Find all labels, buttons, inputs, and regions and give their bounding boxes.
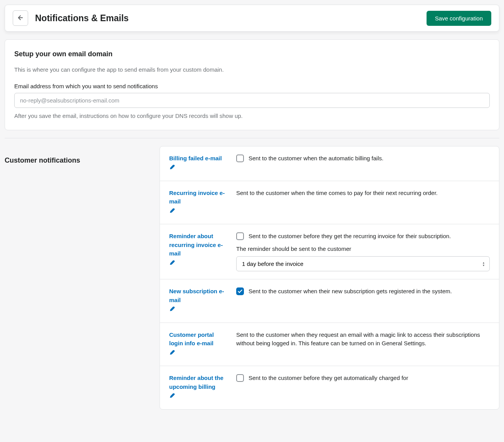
customer-notifications-heading: Customer notifications [5, 146, 147, 166]
notification-description: Sent to the customer before they get the… [249, 232, 451, 241]
reminder-timing-label: The reminder should be sent to the custo… [236, 245, 490, 254]
notification-title-link[interactable]: Reminder about recurring invoice e-mail [169, 233, 223, 257]
notification-left: Billing failed e-mail [169, 154, 227, 173]
notification-row: Customer portal login info e-mailSent to… [160, 323, 499, 366]
checkbox-row: Sent to the customer when the automatic … [236, 154, 490, 163]
notification-checkbox[interactable] [236, 287, 244, 295]
notification-right: Sent to the customer when the time comes… [236, 189, 490, 198]
pencil-icon[interactable] [169, 164, 227, 173]
checkbox-row: Sent to the customer when their new subs… [236, 287, 490, 296]
checkbox-row: Sent to the customer before they get the… [236, 232, 490, 241]
pencil-icon[interactable] [169, 208, 227, 217]
notification-description: Sent to the customer when their new subs… [249, 287, 452, 296]
notification-title-link[interactable]: Billing failed e-mail [169, 155, 222, 161]
notification-left: Reminder about the upcoming billing [169, 374, 227, 402]
checkbox-row: Sent to the customer before they get aut… [236, 374, 490, 383]
email-helper-text: After you save the email, instructions o… [14, 112, 490, 121]
reminder-timing-select[interactable]: 1 day before the invoice [236, 256, 490, 271]
notification-description: Sent to the customer when the automatic … [249, 154, 383, 163]
notification-title-link[interactable]: Customer portal login info e-mail [169, 331, 214, 347]
arrow-left-icon [17, 14, 24, 22]
notification-checkbox[interactable] [236, 374, 244, 382]
notification-left: Reminder about recurring invoice e-mail [169, 232, 227, 268]
notification-right: Sent to the customer before they get the… [236, 232, 490, 271]
notification-left: New subscription e-mail [169, 287, 227, 315]
pencil-icon[interactable] [169, 350, 227, 358]
notification-left: Customer portal login info e-mail [169, 331, 227, 358]
notification-title-link[interactable]: Recurring invoice e-mail [169, 190, 225, 205]
pencil-icon[interactable] [169, 260, 227, 269]
email-domain-title: Setup your own email domain [14, 49, 490, 59]
pencil-icon[interactable] [169, 306, 227, 315]
notification-left: Recurring invoice e-mail [169, 189, 227, 217]
notification-right: Sent to the customer when their new subs… [236, 287, 490, 296]
email-domain-card: Setup your own email domain This is wher… [5, 39, 499, 130]
notification-title-link[interactable]: Reminder about the upcoming billing [169, 375, 223, 390]
notification-description: Sent to the customer when they request a… [236, 331, 490, 348]
notification-right: Sent to the customer when the automatic … [236, 154, 490, 163]
notification-checkbox[interactable] [236, 155, 244, 162]
notification-checkbox[interactable] [236, 232, 244, 240]
notification-row: Reminder about the upcoming billingSent … [160, 366, 499, 409]
customer-notifications-section: Customer notifications Billing failed e-… [5, 146, 499, 410]
notification-right: Sent to the customer when they request a… [236, 331, 490, 348]
notification-row: Recurring invoice e-mailSent to the cust… [160, 181, 499, 225]
page-title: Notifications & Emails [35, 12, 427, 25]
notification-row: Reminder about recurring invoice e-mailS… [160, 224, 499, 279]
customer-notifications-list: Billing failed e-mailSent to the custome… [160, 146, 499, 410]
notification-right: Sent to the customer before they get aut… [236, 374, 490, 383]
email-domain-intro: This is where you can configure the app … [14, 66, 490, 74]
notification-description: Sent to the customer before they get aut… [249, 374, 408, 383]
back-button[interactable] [13, 10, 28, 26]
pencil-icon[interactable] [169, 393, 227, 402]
email-field-label: Email address from which you want to sen… [14, 82, 490, 91]
notification-row: Billing failed e-mailSent to the custome… [160, 146, 499, 181]
section-divider [5, 138, 499, 138]
notification-row: New subscription e-mailSent to the custo… [160, 279, 499, 323]
notification-title-link[interactable]: New subscription e-mail [169, 288, 224, 303]
save-configuration-button[interactable]: Save configuration [427, 11, 491, 26]
reminder-select-wrap: 1 day before the invoice▴ ▾ [236, 256, 490, 271]
notification-description: Sent to the customer when the time comes… [236, 189, 490, 198]
page-header: Notifications & Emails Save configuratio… [5, 5, 499, 32]
email-from-input[interactable] [14, 93, 490, 108]
